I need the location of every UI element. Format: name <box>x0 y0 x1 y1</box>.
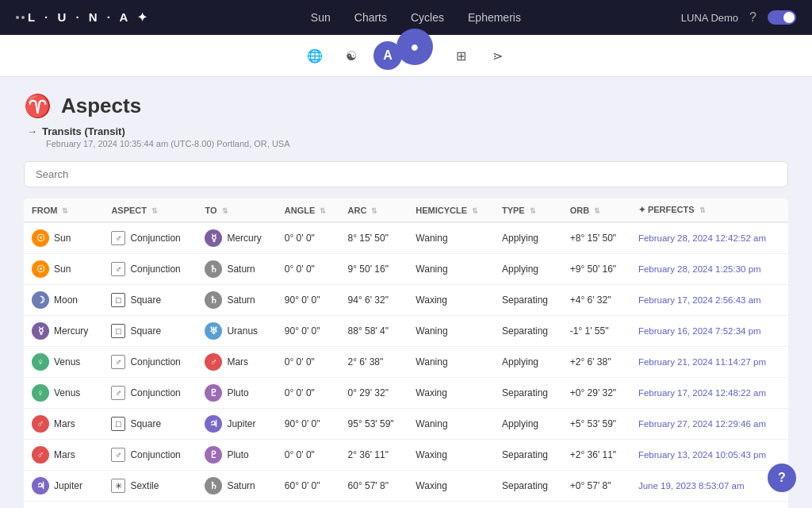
aspect-icon-7: ♂ <box>111 448 125 462</box>
planet-icon-to-3: ♅ <box>205 322 222 340</box>
cell-from-2: ☽ Moon <box>24 285 103 316</box>
aspect-icon-4: ♂ <box>111 355 125 369</box>
cell-perfects-5[interactable]: February 17, 2024 12:48:22 am <box>630 378 788 409</box>
cell-orb-9: +9° 54' 48" <box>562 502 630 509</box>
perfects-link-2[interactable]: February 17, 2024 2:56:43 am <box>638 295 761 305</box>
help-button[interactable]: ? <box>768 464 796 492</box>
cell-orb-6: +5° 53' 59" <box>562 409 630 440</box>
theme-toggle[interactable] <box>768 10 796 25</box>
col-from[interactable]: FROM ⇅ <box>24 198 103 222</box>
cell-aspect-9: ♂ Conjunction <box>103 502 197 509</box>
col-aspect[interactable]: ASPECT ⇅ <box>103 198 197 222</box>
col-orb[interactable]: ORB ⇅ <box>562 198 630 222</box>
cell-perfects-4[interactable]: February 21, 2024 11:14:27 pm <box>630 347 788 378</box>
cell-perfects-3[interactable]: February 16, 2024 7:52:34 pm <box>630 316 788 347</box>
subnav-share[interactable]: ⋗ <box>483 41 511 70</box>
chart-circle-button[interactable]: ● <box>396 29 433 65</box>
page-title: Aspects <box>61 94 141 118</box>
nav-transits[interactable]: Sun <box>311 8 331 27</box>
cell-angle-2: 90° 0' 0" <box>277 285 340 316</box>
cell-type-2: Separating <box>494 285 562 316</box>
col-to[interactable]: TO ⇅ <box>197 198 276 222</box>
to-name-0: Mercury <box>227 233 261 244</box>
cell-aspect-4: ♂ Conjunction <box>103 347 197 378</box>
nav-charts[interactable]: Charts <box>354 8 387 27</box>
cell-perfects-0[interactable]: February 28, 2024 12:42:52 am <box>630 222 788 254</box>
cell-aspect-1: ♂ Conjunction <box>103 254 197 285</box>
cell-angle-4: 0° 0' 0" <box>277 347 340 378</box>
cell-from-6: ♂ Mars <box>24 409 103 440</box>
subnav-chart[interactable]: ☯ <box>337 41 366 70</box>
to-name-1: Saturn <box>227 264 255 275</box>
logo: L · U · N · A ✦ <box>16 10 151 25</box>
cell-arc-7: 2° 36' 11" <box>340 440 408 471</box>
perfects-link-5[interactable]: February 17, 2024 12:48:22 am <box>638 388 766 398</box>
nav-ephemeris[interactable]: Ephemeris <box>468 8 521 27</box>
logo-dots <box>16 16 25 19</box>
planet-icon-to-2: ♄ <box>205 291 222 309</box>
arrow-icon: → <box>27 125 37 137</box>
perfects-link-7[interactable]: February 13, 2024 10:05:43 pm <box>638 450 766 460</box>
cell-to-9: ♅ Uranus <box>197 502 276 509</box>
user-menu[interactable]: LUNA Demo <box>681 12 738 24</box>
col-perfects[interactable]: ✦ PERFECTS ⇅ <box>630 198 788 222</box>
col-hemicycle[interactable]: HEMICYCLE ⇅ <box>408 198 494 222</box>
cell-to-3: ♅ Uranus <box>197 316 276 347</box>
help-icon[interactable]: ? <box>749 10 756 25</box>
aspect-name-2: Square <box>130 294 161 306</box>
cell-aspect-3: □ Square <box>103 316 197 347</box>
cell-arc-1: 9° 50' 16" <box>340 254 408 285</box>
cell-hemicycle-1: Waning <box>408 254 494 285</box>
cell-hemicycle-4: Waning <box>408 347 494 378</box>
planet-icon-from-7: ♂ <box>32 446 49 464</box>
nav-cycles[interactable]: Cycles <box>411 8 444 27</box>
cell-to-2: ♄ Saturn <box>197 285 276 316</box>
to-name-6: Jupiter <box>227 418 255 429</box>
cell-orb-5: +0° 29' 32" <box>562 378 630 409</box>
cell-perfects-8[interactable]: June 19, 2023 8:53:07 am <box>630 471 788 502</box>
cell-orb-3: -1° 1' 55" <box>562 316 630 347</box>
perfects-link-8[interactable]: June 19, 2023 8:53:07 am <box>638 481 745 491</box>
cell-angle-0: 0° 0' 0" <box>277 222 340 254</box>
cell-aspect-8: ✳ Sextile <box>103 471 197 502</box>
perfects-link-3[interactable]: February 16, 2024 7:52:34 pm <box>638 326 761 336</box>
planet-icon-from-8: ♃ <box>32 477 49 495</box>
cell-perfects-9[interactable]: April 20, 2024 7:26:59 <box>630 502 788 509</box>
subnav-globe[interactable]: 🌐 <box>301 41 329 70</box>
cell-arc-2: 94° 6' 32" <box>340 285 408 316</box>
search-input[interactable] <box>24 161 788 187</box>
cell-type-8: Separating <box>494 471 562 502</box>
cell-arc-4: 2° 6' 38" <box>340 347 408 378</box>
cell-hemicycle-5: Waxing <box>408 378 494 409</box>
cell-hemicycle-8: Waxing <box>408 471 494 502</box>
perfects-link-4[interactable]: February 21, 2024 11:14:27 pm <box>638 357 766 367</box>
perfects-link-0[interactable]: February 28, 2024 12:42:52 am <box>638 233 766 243</box>
perfects-link-6[interactable]: February 27, 2024 12:29:46 am <box>638 419 766 429</box>
col-type[interactable]: TYPE ⇅ <box>494 198 562 222</box>
transit-name: Transits (Transit) <box>42 125 125 137</box>
cell-type-3: Separating <box>494 316 562 347</box>
cell-arc-3: 88° 58' 4" <box>340 316 408 347</box>
transit-subtitle: February 17, 2024 10:35:44 am (UTC-8.00)… <box>46 139 788 148</box>
logo-dot-2 <box>21 16 25 19</box>
cell-perfects-6[interactable]: February 27, 2024 12:29:46 am <box>630 409 788 440</box>
cell-from-7: ♂ Mars <box>24 440 103 471</box>
table-row: ☿ Mercury □ Square ♅ Uranus 90° 0' 0" 88… <box>24 316 788 347</box>
cell-orb-1: +9° 50' 16" <box>562 254 630 285</box>
planet-icon-from-5: ♀ <box>32 384 49 402</box>
col-arc[interactable]: ARC ⇅ <box>340 198 408 222</box>
cell-angle-1: 0° 0' 0" <box>277 254 340 285</box>
perfects-link-1[interactable]: February 28, 2024 1:25:30 pm <box>638 264 761 274</box>
cell-perfects-2[interactable]: February 17, 2024 2:56:43 am <box>630 285 788 316</box>
cell-angle-9: 0° 0' 0" <box>277 502 340 509</box>
cell-arc-6: 95° 53' 59" <box>340 409 408 440</box>
col-angle[interactable]: ANGLE ⇅ <box>277 198 340 222</box>
cell-perfects-7[interactable]: February 13, 2024 10:05:43 pm <box>630 440 788 471</box>
cell-type-1: Applying <box>494 254 562 285</box>
cell-from-4: ♀ Venus <box>24 347 103 378</box>
aspect-name-8: Sextile <box>130 480 159 491</box>
cell-arc-5: 0° 29' 32" <box>340 378 408 409</box>
table-row: ♃ Jupiter ✳ Sextile ♄ Saturn 60° 0' 0" 6… <box>24 471 788 502</box>
subnav-hierarchy[interactable]: ⊞ <box>446 41 475 70</box>
cell-perfects-1[interactable]: February 28, 2024 1:25:30 pm <box>630 254 788 285</box>
